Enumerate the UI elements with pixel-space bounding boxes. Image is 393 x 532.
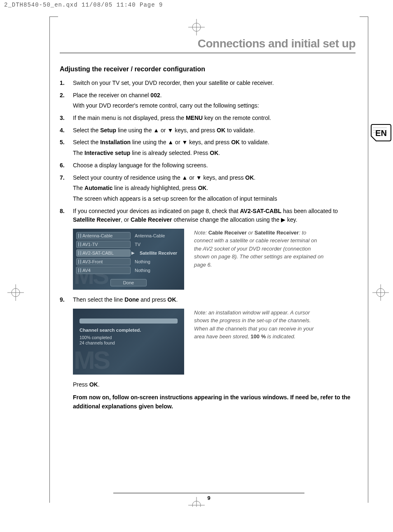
step-text: , or xyxy=(121,216,131,223)
step-bold: Installation xyxy=(100,139,131,145)
step-text: and press xyxy=(139,296,167,303)
step-text: Place the receiver on channel xyxy=(73,92,150,98)
step-text: . xyxy=(254,174,255,181)
print-slug: 2_DTH8540-50_en.qxd 11/08/05 11:40 Page … xyxy=(0,0,393,8)
step-bold: 002 xyxy=(150,92,160,98)
chapter-title: Connections and initial set up xyxy=(60,37,356,53)
step-8: If you connected your devices as indicat… xyxy=(60,207,356,225)
step-6: Choose a display language for the follow… xyxy=(60,161,356,170)
alloc-row: AV1-TVTV xyxy=(76,241,181,248)
step-text: line using the ▲ or ▼ keys, and press xyxy=(131,139,231,145)
step-9: Then select the line Done and press OK. xyxy=(60,295,356,305)
search-screenshot: MS Channel search completed. 100% comple… xyxy=(73,309,184,375)
alloc-label: AV1-TV xyxy=(76,241,131,248)
step-text: has been allocated to xyxy=(281,208,338,214)
step-bold: OK xyxy=(245,174,254,181)
step-text: Choose a display language for the follow… xyxy=(73,162,208,169)
search-count: 24 channels found xyxy=(80,340,178,346)
note-text: or xyxy=(247,230,255,236)
alloc-label: AV2-SAT-CABL xyxy=(76,249,131,257)
step-text: . xyxy=(206,185,208,191)
search-progress: 100% completed xyxy=(80,335,178,341)
figure-row-2: MS Channel search completed. 100% comple… xyxy=(73,309,356,375)
step-text: The xyxy=(73,150,84,156)
step-text: Press xyxy=(73,381,89,388)
step-2: Place the receiver on channel 002. With … xyxy=(60,91,356,110)
step-text: . xyxy=(160,92,162,98)
step-text: If you connected your devices as indicat… xyxy=(73,208,240,214)
note-text: is indicated. xyxy=(266,333,295,340)
step-7: Select your country of residence using t… xyxy=(60,173,356,204)
progress-bar xyxy=(80,319,178,323)
step-text: Select the xyxy=(73,127,100,134)
step-text: If the main menu is not displayed, press… xyxy=(73,115,186,121)
step-bold: Setup xyxy=(100,127,116,134)
step-bold: Satellite Receiver xyxy=(73,216,121,223)
press-ok: Press OK. xyxy=(73,380,356,389)
allocation-screenshot: MS Antenna-CableAntenna-Cable AV1-TVTV A… xyxy=(73,229,184,290)
step-text: to validate. xyxy=(240,139,269,145)
step-list: Switch on your TV set, your DVD recorder… xyxy=(60,79,356,225)
alloc-row: AV3-FrontNothing xyxy=(76,258,181,265)
alloc-value: Nothing xyxy=(131,259,181,264)
note-2: Note: an installation window will appear… xyxy=(194,309,326,341)
step-bold: OK xyxy=(198,185,206,191)
closing-instruction: From now on, follow on-screen instructio… xyxy=(73,393,356,411)
step-bold: OK xyxy=(231,139,240,145)
alloc-row: AV4Nothing xyxy=(76,267,181,274)
page-number: 9 xyxy=(50,493,368,501)
note-bold: Cable Receiver xyxy=(208,230,247,236)
step-3: If the main menu is not displayed, press… xyxy=(60,114,356,123)
search-message: Channel search completed. xyxy=(80,328,178,333)
step-bold: OK xyxy=(89,381,98,388)
step-text: With your DVD recorder's remote control,… xyxy=(73,101,356,110)
page-frame: EN Connections and initial set up Adjust… xyxy=(49,16,368,503)
svg-text:EN: EN xyxy=(375,129,387,138)
section-title: Adjusting the receiver / recorder config… xyxy=(60,66,356,73)
step-text: otherwise change the allocation using th… xyxy=(172,216,297,223)
done-button-image: Done xyxy=(110,279,147,286)
step-text: Then select the line xyxy=(73,296,124,303)
step-text: . xyxy=(218,150,220,156)
note-prefix: Note: xyxy=(194,230,208,236)
step-text: line is already highlighted, press xyxy=(112,185,198,191)
figure-row-1: MS Antenna-CableAntenna-Cable AV1-TVTV A… xyxy=(73,229,356,290)
step-bold: OK xyxy=(217,127,225,134)
alloc-row-selected: AV2-SAT-CABL▶Satellite Receiver xyxy=(76,249,181,257)
language-badge: EN xyxy=(370,124,390,143)
step-text: Select your country of residence using t… xyxy=(73,174,245,181)
step-text: key on the remote control. xyxy=(203,115,271,121)
step-text: . xyxy=(98,381,100,388)
step-bold: Interactive setup xyxy=(84,150,130,156)
play-icon: ▶ xyxy=(131,251,136,255)
step-1: Switch on your TV set, your DVD recorder… xyxy=(60,79,356,88)
step-bold: Automatic xyxy=(84,185,112,191)
alloc-label: AV4 xyxy=(76,267,131,274)
step-text: The screen which appears is a set-up scr… xyxy=(73,195,356,204)
note-bold: Satellite Receiver xyxy=(255,230,299,236)
step-text: line using the ▲ or ▼ keys, and press xyxy=(116,127,217,134)
alloc-value: Nothing xyxy=(131,268,181,273)
step-bold: Cable Receiver xyxy=(131,216,172,223)
note-bold: 100 % xyxy=(250,333,266,340)
step-bold: MENU xyxy=(186,115,203,121)
step-5: Select the Installation line using the ▲… xyxy=(60,138,356,157)
step-text: line is already selected. Press xyxy=(130,150,210,156)
alloc-row: Antenna-CableAntenna-Cable xyxy=(76,232,181,239)
step-list-2: Then select the line Done and press OK. xyxy=(60,295,356,305)
note-1: Note: Cable Receiver or Satellite Receiv… xyxy=(194,229,326,269)
step-bold: AV2-SAT-CABL xyxy=(240,208,281,214)
step-4: Select the Setup line using the ▲ or ▼ k… xyxy=(60,126,356,135)
step-bold: OK xyxy=(168,296,176,303)
step-text: Select the xyxy=(73,139,100,145)
step-text: The xyxy=(73,185,84,191)
step-bold: OK xyxy=(210,150,218,156)
step-text: . xyxy=(176,296,178,303)
alloc-value: TV xyxy=(131,242,181,247)
cropmark-right-icon xyxy=(372,284,389,302)
alloc-label: Antenna-Cable xyxy=(76,232,131,239)
step-text: to validate. xyxy=(225,127,255,134)
cropmark-bottom-icon xyxy=(188,497,205,507)
alloc-label: AV3-Front xyxy=(76,258,131,265)
alloc-value: Antenna-Cable xyxy=(131,233,181,238)
